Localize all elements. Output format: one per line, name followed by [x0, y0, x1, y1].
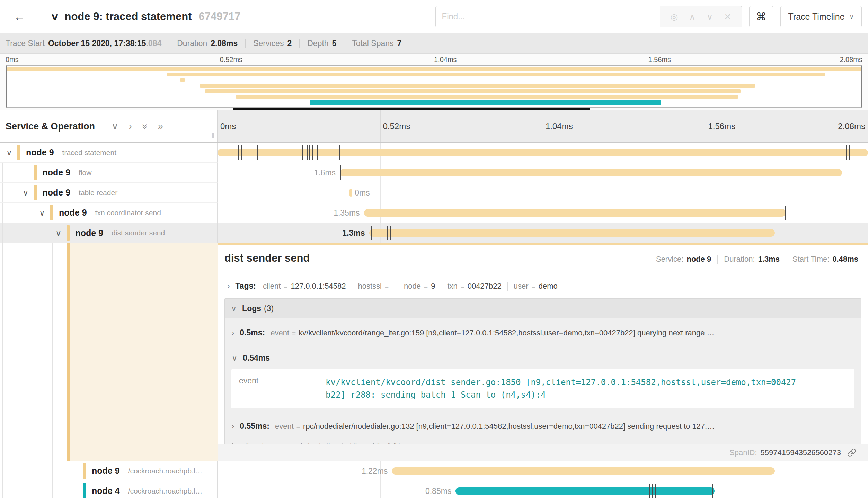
- find-next-icon[interactable]: ∨: [707, 12, 713, 22]
- log-marker-tick: [257, 145, 258, 160]
- summary-value: October 15 2020, 17:38:15: [48, 39, 146, 48]
- log-entry[interactable]: › 0.55ms: event = rpc/nodedialer/nodedia…: [231, 413, 854, 438]
- detail-divider: [224, 272, 861, 272]
- tag-equals: =: [461, 283, 464, 290]
- span-row[interactable]: node 9 /cockroach.roachpb.l… 1.22ms: [0, 461, 868, 481]
- span-color-swatch: [83, 463, 86, 479]
- span-name-cell[interactable]: node 9 /cockroach.roachpb.l…: [0, 461, 218, 481]
- span-bar[interactable]: [369, 229, 775, 237]
- tag-item: client = 127.0.0.1:54582: [263, 282, 352, 291]
- span-bar[interactable]: [392, 467, 775, 475]
- span-service-name: node 9: [92, 466, 120, 476]
- minimap-canvas[interactable]: [6, 65, 862, 108]
- span-bar[interactable]: [218, 149, 868, 156]
- span-timeline-cell[interactable]: 0ms: [218, 183, 868, 203]
- span-name-cell[interactable]: node 4 /cockroach.roachpb.l…: [0, 481, 218, 498]
- log-equals: =: [296, 423, 300, 431]
- span-timeline-cell[interactable]: 1.22ms: [218, 461, 868, 481]
- trace-summary-item: Total Spans 7: [344, 39, 409, 48]
- indent-guide: [19, 223, 19, 243]
- detail-accent-bar: [67, 243, 70, 461]
- ruler-tick-label: 0ms: [220, 121, 236, 131]
- summary-label: Depth: [307, 39, 328, 48]
- indent-guide: [52, 481, 53, 498]
- span-duration-label: 1.3ms: [342, 228, 365, 238]
- span-row[interactable]: node 4 /cockroach.roachpb.l… 0.85ms: [0, 481, 868, 498]
- span-rows-top: ∨ node 9 traced statement node 9 flow 1.…: [0, 143, 868, 243]
- span-bar[interactable]: [349, 189, 352, 197]
- indent-guide: [19, 203, 19, 223]
- trace-summary-bar: Trace Start October 15 2020, 17:38:15 .0…: [0, 33, 868, 54]
- find-input[interactable]: [435, 6, 660, 27]
- chevron-down-icon: ∨: [231, 304, 237, 313]
- span-bar[interactable]: [455, 487, 714, 495]
- deep-link-icon[interactable]: [847, 448, 856, 457]
- span-timeline-cell[interactable]: 1.6ms: [218, 163, 868, 183]
- span-name-inner: node 9 flow: [0, 163, 217, 182]
- log-entry-expanded-header[interactable]: ∨ 0.54ms: [231, 345, 854, 365]
- span-timeline-cell[interactable]: [218, 143, 868, 163]
- collapse-all-icon[interactable]: »: [140, 124, 150, 129]
- indent-guide: [2, 243, 3, 461]
- log-field-key: event: [275, 422, 294, 431]
- detail-duration: Duration: 1.3ms: [717, 255, 786, 264]
- span-row[interactable]: ∨ node 9 dist sender send 1.3ms: [0, 223, 868, 243]
- span-id-row: SpanID: 5597415943526560273: [218, 444, 868, 461]
- span-bar[interactable]: [340, 169, 842, 176]
- span-timeline-cell[interactable]: 1.35ms: [218, 203, 868, 223]
- span-bar[interactable]: [364, 209, 786, 217]
- detail-meta: Service: node 9 Duration: 1.3ms Start Ti…: [650, 255, 861, 264]
- span-name-cell[interactable]: ∨ node 9 traced statement: [0, 143, 218, 163]
- trace-view-selector[interactable]: Trace Timeline ∨: [780, 6, 862, 27]
- span-name-cell[interactable]: node 9 flow: [0, 163, 218, 183]
- span-name-cell[interactable]: ∨ node 9 table reader: [0, 183, 218, 203]
- expand-all-icon[interactable]: »: [158, 122, 163, 131]
- span-name-inner: node 4 /cockroach.roachpb.l…: [0, 481, 217, 498]
- back-button[interactable]: ←: [0, 0, 39, 33]
- tag-key: txn: [447, 282, 457, 291]
- minimap-span-bar: [310, 100, 661, 105]
- find-prev-icon[interactable]: ∧: [689, 12, 696, 22]
- ruler-gridline: [380, 110, 381, 142]
- span-name-cell[interactable]: ∨ node 9 dist sender send: [0, 223, 218, 243]
- logs-accordion-header[interactable]: ∨ Logs (3): [225, 299, 861, 318]
- span-collapse-chevron[interactable]: ∨: [6, 148, 12, 157]
- tags-accordion[interactable]: › Tags: client = 127.0.0.1:54582 hostssl…: [224, 281, 861, 291]
- ruler-tick-label: 0.52ms: [383, 121, 410, 131]
- trace-title: node 9: traced statement: [65, 10, 192, 23]
- log-marker-tick: [309, 145, 310, 160]
- span-row[interactable]: ∨ node 9 table reader 0ms: [0, 183, 868, 203]
- indent-guide: [52, 243, 53, 461]
- span-row[interactable]: ∨ node 9 txn coordinator send 1.35ms: [0, 203, 868, 223]
- trace-collapse-icon[interactable]: ∨: [50, 11, 59, 22]
- span-timeline-cell[interactable]: 1.3ms: [218, 223, 868, 243]
- span-row[interactable]: ∨ node 9 traced statement: [0, 143, 868, 163]
- minimap-tick-label: 0ms: [6, 56, 19, 64]
- collapse-one-icon[interactable]: ∨: [112, 122, 118, 131]
- minimap-scrubber[interactable]: [233, 108, 590, 110]
- span-operation-name: flow: [79, 169, 91, 177]
- span-collapse-chevron[interactable]: ∨: [39, 208, 45, 217]
- logs-count: (3): [264, 304, 274, 313]
- expand-one-icon[interactable]: ›: [129, 122, 132, 131]
- span-color-swatch: [83, 483, 86, 498]
- ruler-tick-label: 1.04ms: [546, 121, 573, 131]
- span-collapse-chevron[interactable]: ∨: [23, 188, 29, 197]
- span-timeline-cell[interactable]: 0.85ms: [218, 481, 868, 498]
- span-row[interactable]: node 9 flow 1.6ms: [0, 163, 868, 183]
- span-color-swatch: [67, 225, 70, 241]
- span-color-swatch: [34, 185, 37, 200]
- log-kv-table: event kv/kvclient/kvcoord/dist_sender.go…: [231, 369, 854, 408]
- span-name-cell[interactable]: ∨ node 9 txn coordinator send: [0, 203, 218, 223]
- log-timestamp: 0.5ms:: [240, 328, 265, 337]
- log-marker-tick: [246, 145, 246, 160]
- detail-top-border: [218, 243, 868, 245]
- tag-key: user: [514, 282, 529, 291]
- minimap-span-bar: [7, 67, 861, 71]
- column-resizer[interactable]: ‖: [212, 132, 214, 140]
- span-collapse-chevron[interactable]: ∨: [56, 228, 62, 238]
- keyboard-shortcuts-button[interactable]: ⌘: [749, 6, 773, 27]
- locate-icon[interactable]: ◎: [671, 12, 678, 22]
- log-entry[interactable]: › 0.5ms: event = kv/kvclient/kvcoord/ran…: [231, 320, 854, 345]
- find-clear-icon[interactable]: ✕: [724, 12, 731, 22]
